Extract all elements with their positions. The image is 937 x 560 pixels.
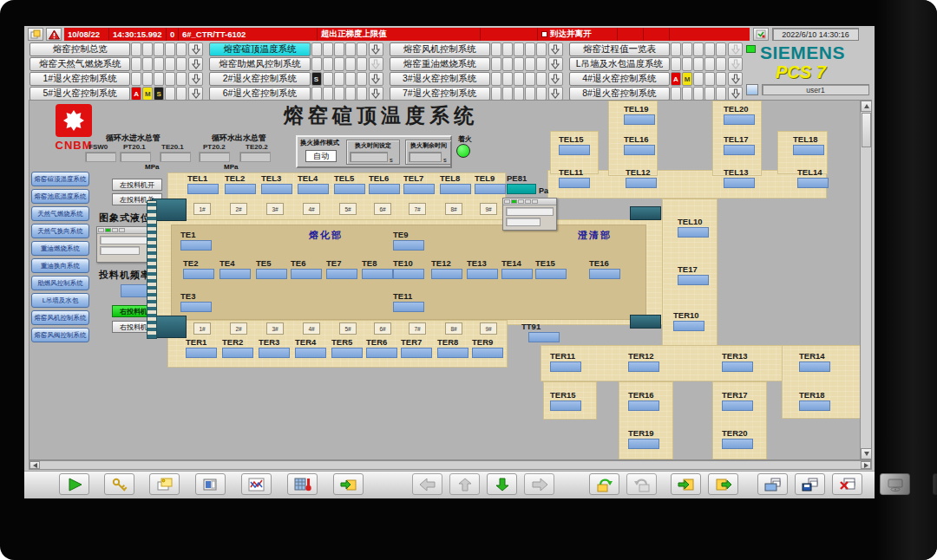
open-picture-button[interactable] bbox=[757, 473, 788, 495]
sensor-value-box[interactable] bbox=[559, 178, 590, 188]
sensor-value-box[interactable] bbox=[291, 269, 322, 279]
sensor-value-box[interactable] bbox=[222, 348, 253, 358]
menu-button[interactable]: 6#退火窑控制系统 bbox=[209, 87, 310, 101]
menu-arrow-button[interactable] bbox=[548, 42, 563, 56]
report-button[interactable] bbox=[195, 473, 226, 495]
menu-arrow-button[interactable] bbox=[369, 42, 383, 56]
sensor-value-box[interactable] bbox=[298, 184, 329, 194]
sensor-value-box[interactable] bbox=[393, 240, 424, 251]
sensor-value-box[interactable] bbox=[678, 227, 709, 238]
menu-button[interactable]: 熔窑碹顶温度系统 bbox=[209, 42, 310, 56]
menu-arrow-button[interactable] bbox=[728, 42, 743, 56]
start-button[interactable] bbox=[59, 473, 89, 495]
menu-button[interactable]: L吊墙及水包温度系统 bbox=[569, 57, 670, 71]
vertical-scroll-thumb[interactable] bbox=[862, 113, 871, 147]
sensor-value-box[interactable] bbox=[797, 178, 829, 188]
menu-button[interactable]: 2#退火窑控制系统 bbox=[209, 72, 310, 86]
user-icon[interactable] bbox=[746, 84, 758, 95]
sensor-value-box[interactable] bbox=[331, 348, 363, 358]
sensor-value-box[interactable] bbox=[793, 145, 824, 155]
sensor-value-box[interactable] bbox=[334, 184, 365, 194]
nav-forward-button[interactable] bbox=[524, 473, 554, 495]
nav-up-button[interactable] bbox=[449, 473, 480, 495]
scroll-right-button[interactable] bbox=[861, 461, 871, 469]
menu-button[interactable]: 熔窑重油燃烧系统 bbox=[390, 57, 490, 71]
menu-arrow-button[interactable] bbox=[369, 57, 383, 71]
sensor-value-box[interactable] bbox=[259, 348, 290, 358]
sensor-value-box[interactable] bbox=[722, 361, 753, 372]
scroll-up-button[interactable] bbox=[861, 101, 872, 112]
nav-back-button[interactable] bbox=[412, 473, 442, 495]
delete-picture-button[interactable] bbox=[832, 473, 862, 495]
sensor-value-box[interactable] bbox=[724, 178, 755, 188]
alarm-page-button[interactable] bbox=[28, 28, 43, 41]
sensor-value-box[interactable] bbox=[326, 269, 357, 279]
menu-arrow-button[interactable] bbox=[369, 72, 383, 86]
sensor-value-box[interactable] bbox=[183, 269, 214, 279]
nav-down-button[interactable] bbox=[487, 473, 517, 495]
menu-button[interactable]: 7#退火窑控制系统 bbox=[390, 87, 490, 101]
sensor-value-box[interactable] bbox=[295, 348, 326, 358]
menu-arrow-button[interactable] bbox=[369, 87, 383, 101]
sensor-value-box[interactable] bbox=[626, 178, 657, 188]
sensor-value-box[interactable] bbox=[678, 275, 709, 285]
sensor-value-box[interactable] bbox=[437, 348, 468, 358]
menu-arrow-button[interactable] bbox=[548, 87, 563, 101]
sensor-value-box[interactable] bbox=[431, 269, 462, 279]
sensor-value-box[interactable] bbox=[467, 269, 498, 279]
import-picture-button[interactable] bbox=[333, 473, 364, 495]
sensor-value-box[interactable] bbox=[673, 321, 704, 331]
alarm-warning-button[interactable] bbox=[46, 28, 62, 41]
info-button[interactable] bbox=[933, 473, 937, 495]
vertical-scrollbar[interactable] bbox=[860, 101, 871, 459]
pe81-faceplate[interactable] bbox=[502, 198, 557, 231]
picture-out-button[interactable] bbox=[708, 473, 738, 495]
menu-arrow-button[interactable] bbox=[728, 57, 743, 71]
menu-button[interactable]: 4#退火窑控制系统 bbox=[569, 72, 670, 86]
undo-button[interactable] bbox=[589, 473, 619, 495]
menu-button[interactable]: 1#退火窑控制系统 bbox=[29, 72, 130, 86]
scroll-down-button[interactable] bbox=[861, 448, 872, 459]
sensor-value-box[interactable] bbox=[440, 184, 471, 194]
menu-arrow-button[interactable] bbox=[188, 57, 203, 71]
menu-arrow-button[interactable] bbox=[548, 57, 563, 71]
sensor-value-box[interactable] bbox=[624, 145, 655, 155]
save-picture-button[interactable] bbox=[795, 473, 825, 495]
temperature-table-button[interactable] bbox=[287, 473, 318, 495]
sensor-value-box[interactable] bbox=[501, 269, 533, 279]
pe81-value-box[interactable] bbox=[507, 184, 536, 194]
sensor-value-box[interactable] bbox=[186, 348, 217, 358]
sensor-value-box[interactable] bbox=[550, 361, 581, 372]
menu-arrow-button[interactable] bbox=[188, 42, 203, 56]
sensor-value-box[interactable] bbox=[261, 184, 292, 194]
scroll-left-button[interactable] bbox=[29, 461, 40, 469]
menu-button[interactable]: 8#退火窑控制系统 bbox=[569, 87, 670, 101]
sensor-value-box[interactable] bbox=[628, 400, 659, 411]
sensor-value-box[interactable] bbox=[628, 361, 659, 372]
alarm-ack-button[interactable] bbox=[753, 28, 769, 41]
menu-arrow-button[interactable] bbox=[188, 87, 203, 101]
menu-button[interactable]: 熔窑助燃风控制系统 bbox=[209, 57, 310, 71]
sensor-value-box[interactable] bbox=[722, 400, 753, 411]
sensor-value-box[interactable] bbox=[393, 269, 424, 279]
sensor-value-box[interactable] bbox=[187, 184, 219, 194]
new-picture-button[interactable] bbox=[149, 473, 180, 495]
sensor-value-box[interactable] bbox=[180, 240, 212, 251]
menu-arrow-button[interactable] bbox=[188, 72, 203, 86]
menu-arrow-button[interactable] bbox=[728, 72, 743, 86]
screen-preview-button[interactable] bbox=[880, 473, 910, 495]
sensor-value-box[interactable] bbox=[799, 400, 830, 411]
sensor-value-box[interactable] bbox=[624, 114, 655, 125]
picture-in-button[interactable] bbox=[671, 473, 701, 495]
sensor-value-box[interactable] bbox=[550, 400, 581, 411]
sensor-value-box[interactable] bbox=[724, 114, 755, 125]
sensor-value-box[interactable] bbox=[535, 269, 567, 279]
sensor-value-box[interactable] bbox=[393, 302, 424, 312]
sensor-value-box[interactable] bbox=[220, 269, 251, 279]
sensor-value-box[interactable] bbox=[362, 269, 393, 279]
sensor-value-box[interactable] bbox=[369, 184, 400, 194]
sensor-value-box[interactable] bbox=[472, 348, 503, 358]
sensor-value-box[interactable] bbox=[628, 439, 659, 449]
sensor-value-box[interactable] bbox=[401, 348, 432, 358]
redo-button[interactable] bbox=[626, 473, 657, 495]
